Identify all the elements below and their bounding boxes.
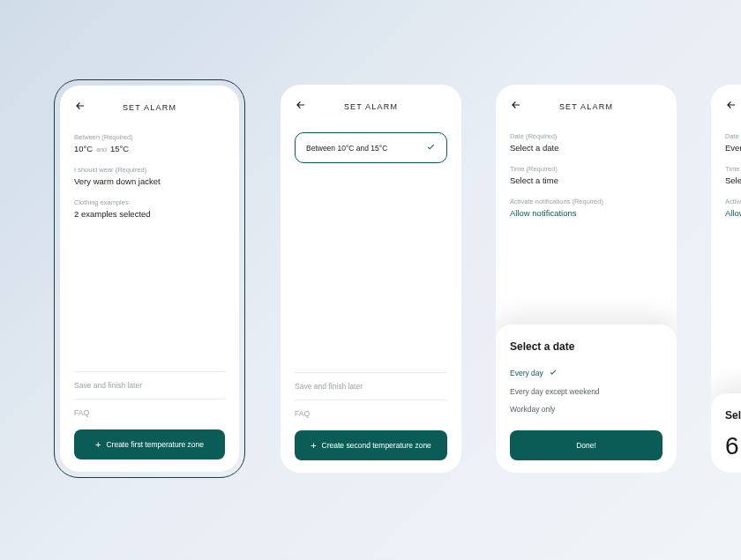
option-except-weekend[interactable]: Every day except weekend xyxy=(510,383,662,400)
faq-link[interactable]: FAQ xyxy=(74,399,225,426)
arrow-left-icon xyxy=(295,99,307,115)
time-value: Select a time xyxy=(725,175,741,185)
time-value: Select a time xyxy=(510,175,662,185)
create-second-zone-button[interactable]: + Create second temperature zone xyxy=(295,430,447,460)
date-label: Date (Required) xyxy=(510,132,662,140)
screen-3: SET ALARM Date (Required) Select a date … xyxy=(496,85,677,473)
sheet-title: Select a date xyxy=(510,340,662,353)
phone-frame-1: SET ALARM Between (Required) 10°C and 15… xyxy=(54,79,245,478)
time-field[interactable]: Time (Required) Select a time xyxy=(510,165,662,185)
header: SET ALARM xyxy=(295,101,447,113)
examples-value: 2 examples selected xyxy=(74,209,225,219)
cta-label: Create second temperature zone xyxy=(322,441,431,450)
date-value: Select a date xyxy=(510,143,662,153)
cta-label: Create first temperature zone xyxy=(106,440,204,449)
arrow-left-icon xyxy=(74,100,86,116)
notif-value: Allow notifications xyxy=(725,208,741,218)
save-later-link[interactable]: Save and finish later xyxy=(295,372,447,399)
faq-link[interactable]: FAQ xyxy=(295,399,447,427)
date-value: Every day xyxy=(725,143,741,153)
phone-frame-3: SET ALARM Date (Required) Select a date … xyxy=(496,85,677,473)
chip-label: Between 10°C and 15°C xyxy=(306,144,387,153)
page-title: SET ALARM xyxy=(295,102,447,111)
option-workday-only[interactable]: Workday only xyxy=(510,400,662,418)
cta-label: Done! xyxy=(576,441,596,450)
notif-value: Allow notifications xyxy=(510,208,662,218)
option-every-day[interactable]: Every day xyxy=(510,363,662,383)
arrow-left-icon xyxy=(510,99,522,115)
page-title: SET ALARM xyxy=(510,102,662,111)
wear-value: Very warm down jacket xyxy=(74,176,225,186)
examples-field[interactable]: Clothing examples 2 examples selected xyxy=(74,198,225,219)
back-button[interactable] xyxy=(295,99,307,115)
screen-4: Date (Required) Every day Time (Required… xyxy=(711,85,741,473)
notif-label: Activate notifications (Required) xyxy=(510,198,662,205)
temp-and: and xyxy=(96,146,107,153)
temp-low: 10°C xyxy=(74,144,93,153)
back-button[interactable] xyxy=(510,99,522,115)
time-picker-sheet: Select a time 6:30 xyxy=(711,393,741,473)
check-icon xyxy=(549,368,558,378)
temperature-range-chip[interactable]: Between 10°C and 15°C xyxy=(295,132,447,163)
date-field[interactable]: Date (Required) Every day xyxy=(725,132,741,153)
done-button[interactable]: Done! xyxy=(510,430,662,460)
create-first-zone-button[interactable]: + Create first temperature zone xyxy=(74,429,225,459)
save-later-link[interactable]: Save and finish later xyxy=(74,371,225,399)
sheet-title: Select a time xyxy=(725,409,741,422)
header: SET ALARM xyxy=(510,101,662,113)
time-display[interactable]: 6:30 xyxy=(725,432,741,460)
time-field[interactable]: Time (Required) Select a time xyxy=(725,165,741,185)
between-value: 10°C and 15°C xyxy=(74,144,225,153)
notif-label: Activate notifications xyxy=(725,198,741,205)
temp-high: 15°C xyxy=(110,144,129,153)
screen-2: SET ALARM Between 10°C and 15°C Save and… xyxy=(281,85,461,473)
option-label: Workday only xyxy=(510,405,555,414)
phone-frame-4: Date (Required) Every day Time (Required… xyxy=(711,85,741,473)
time-label: Time (Required) xyxy=(510,165,662,173)
between-field[interactable]: Between (Required) 10°C and 15°C xyxy=(74,133,225,153)
time-label: Time (Required) xyxy=(725,165,741,173)
examples-label: Clothing examples xyxy=(74,198,225,206)
option-label: Every day xyxy=(510,369,543,377)
check-icon xyxy=(426,142,436,153)
between-label: Between (Required) xyxy=(74,133,225,141)
phone-frame-2: SET ALARM Between 10°C and 15°C Save and… xyxy=(281,85,461,473)
header xyxy=(725,101,741,113)
date-field[interactable]: Date (Required) Select a date xyxy=(510,132,662,153)
header: SET ALARM xyxy=(74,101,225,114)
back-button[interactable] xyxy=(74,100,86,116)
option-label: Every day except weekend xyxy=(510,387,600,396)
arrow-left-icon xyxy=(725,99,737,115)
date-label: Date (Required) xyxy=(725,132,741,140)
notifications-field[interactable]: Activate notifications (Required) Allow … xyxy=(510,198,662,218)
screen-1: SET ALARM Between (Required) 10°C and 15… xyxy=(60,86,239,472)
date-picker-sheet: Select a date Every day Every day except… xyxy=(496,325,677,473)
back-button[interactable] xyxy=(725,99,737,115)
notifications-field[interactable]: Activate notifications Allow notificatio… xyxy=(725,198,741,218)
wear-label: I should wear (Required) xyxy=(74,166,225,174)
page-title: SET ALARM xyxy=(74,103,225,112)
wear-field[interactable]: I should wear (Required) Very warm down … xyxy=(74,166,225,186)
